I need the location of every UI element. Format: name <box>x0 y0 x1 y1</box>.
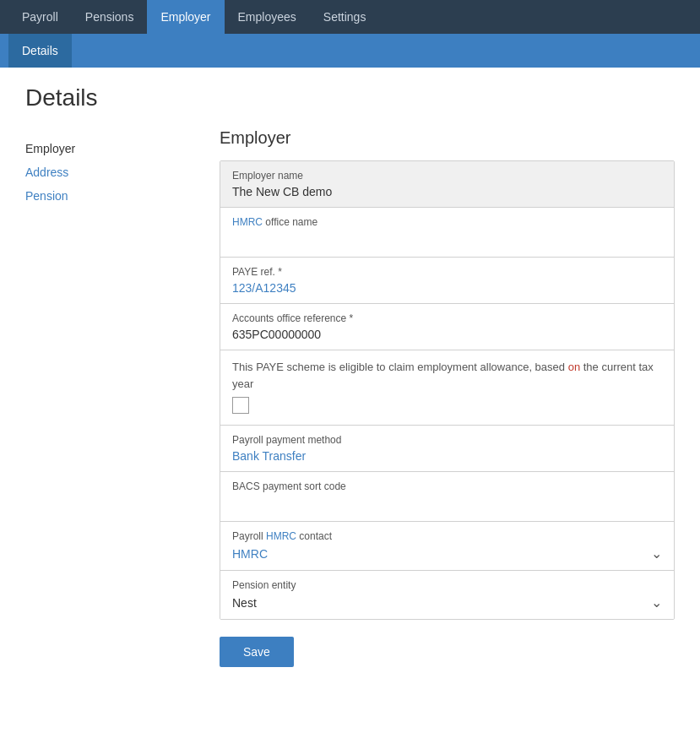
field-paye-notice: This PAYE scheme is eligible to claim em… <box>220 350 674 426</box>
label-payroll-word: Payroll <box>232 530 266 542</box>
label-employer-name: Employer name <box>232 170 662 182</box>
section-title: Employer <box>220 128 675 148</box>
label-payroll-hmrc-contact: Payroll HMRC contact <box>232 530 662 542</box>
label-payroll-highlight: Payroll <box>232 434 263 446</box>
sidebar: Employer Address Pension <box>25 128 194 667</box>
field-paye-ref: PAYE ref. * 123/A12345 <box>220 258 674 304</box>
label-contact-rest: contact <box>296 530 332 542</box>
pension-entity-dropdown[interactable]: Nest ⌄ <box>232 594 662 610</box>
label-accounts-office-ref: Accounts office reference * <box>232 312 662 324</box>
value-payroll-hmrc-contact: HMRC <box>232 547 268 561</box>
label-hmrc-office-name: HMRC office name <box>232 216 662 228</box>
label-bacs-sort-code: BACS payment sort code <box>232 480 662 492</box>
checkbox-wrapper <box>232 397 662 416</box>
sub-nav: Details <box>0 34 700 68</box>
subnav-details[interactable]: Details <box>8 34 72 68</box>
label-payroll-rest: payment method <box>263 434 342 446</box>
label-paye-ref: PAYE ref. * <box>232 266 662 278</box>
field-hmrc-office-name: HMRC office name <box>220 208 674 258</box>
payroll-hmrc-contact-dropdown[interactable]: HMRC ⌄ <box>232 545 662 562</box>
value-employer-name[interactable]: The New CB demo <box>232 185 662 198</box>
label-pension-entity: Pension entity <box>232 579 662 591</box>
nav-employees[interactable]: Employees <box>225 0 310 34</box>
top-nav: Payroll Pensions Employer Employees Sett… <box>0 0 700 34</box>
save-button[interactable]: Save <box>220 637 294 667</box>
nav-payroll[interactable]: Payroll <box>8 0 72 34</box>
field-payroll-hmrc-contact: Payroll HMRC contact HMRC ⌄ <box>220 522 674 571</box>
paye-notice-text: This PAYE scheme is eligible to claim em… <box>232 359 662 392</box>
field-payroll-payment-method: Payroll payment method Bank Transfer <box>220 426 674 472</box>
value-paye-ref[interactable]: 123/A12345 <box>232 281 662 295</box>
sidebar-item-employer[interactable]: Employer <box>25 137 194 160</box>
label-hmrc-highlight: HMRC <box>232 216 263 228</box>
label-hmrc-rest: office name <box>263 216 317 228</box>
field-employer-name: Employer name The New CB demo <box>220 161 674 208</box>
page-title: Details <box>25 84 675 111</box>
form-card: Employer name The New CB demo HMRC offic… <box>220 160 675 620</box>
value-payroll-payment-method[interactable]: Bank Transfer <box>232 449 662 463</box>
label-payroll-payment-method: Payroll payment method <box>232 434 662 446</box>
layout: Employer Address Pension Employer Employ… <box>25 128 675 667</box>
value-accounts-office-ref[interactable]: 635PC00000000 <box>232 328 662 341</box>
notice-text-part1: This PAYE scheme is eligible to claim em… <box>232 361 568 373</box>
value-pension-entity: Nest <box>232 596 257 610</box>
nav-settings[interactable]: Settings <box>310 0 380 34</box>
value-bacs-sort-code[interactable] <box>232 496 662 513</box>
value-hmrc-office-name[interactable] <box>232 231 662 248</box>
employment-allowance-checkbox[interactable] <box>232 397 249 414</box>
sidebar-item-pension[interactable]: Pension <box>25 184 194 208</box>
field-pension-entity: Pension entity Nest ⌄ <box>220 571 674 619</box>
notice-text-on: on <box>568 361 580 373</box>
sidebar-item-address[interactable]: Address <box>25 160 194 184</box>
nav-employer[interactable]: Employer <box>147 0 224 34</box>
pension-entity-chevron-icon: ⌄ <box>651 594 662 610</box>
nav-pensions[interactable]: Pensions <box>72 0 148 34</box>
field-bacs-sort-code: BACS payment sort code <box>220 472 674 522</box>
page-content: Details Employer Address Pension Employe… <box>0 68 700 684</box>
main-content: Employer Employer name The New CB demo H… <box>220 128 675 667</box>
field-accounts-office-ref: Accounts office reference * 635PC0000000… <box>220 304 674 350</box>
payroll-hmrc-contact-chevron-icon: ⌄ <box>651 545 662 562</box>
label-hmrc-contact-highlight: HMRC <box>266 530 296 542</box>
